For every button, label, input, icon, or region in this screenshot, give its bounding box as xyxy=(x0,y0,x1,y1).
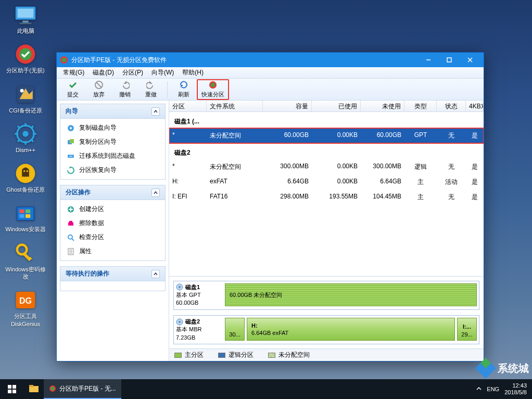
svg-point-57 xyxy=(179,286,181,288)
op-properties[interactable]: 属性 xyxy=(60,244,165,258)
disk-copy-icon xyxy=(67,124,75,132)
svg-point-20 xyxy=(27,170,28,172)
col-type[interactable]: 类型 xyxy=(404,101,437,111)
taskbar-app[interactable]: 分区助手PE版 - 无... xyxy=(44,379,121,399)
col-align[interactable]: 4KB对齐 xyxy=(466,101,484,111)
diskmap-1[interactable]: 磁盘1 基本 GPT 60.00GB 60.00GB 未分配空间 xyxy=(173,281,479,310)
pending-panel: 等待执行的操作 xyxy=(60,266,166,291)
start-button[interactable] xyxy=(0,379,24,399)
svg-rect-23 xyxy=(20,210,24,214)
svg-line-14 xyxy=(18,126,20,129)
op-create-partition[interactable]: 创建分区 xyxy=(60,202,165,216)
wizard-recover-partition[interactable]: 分区恢复向导 xyxy=(60,163,165,177)
svg-rect-26 xyxy=(26,215,30,218)
col-fs[interactable]: 文件系统 xyxy=(207,101,263,111)
disk2-bar1[interactable]: 30... xyxy=(225,318,245,341)
col-used[interactable]: 已使用 xyxy=(312,101,361,111)
column-headers: 分区 文件系统 容量 已使用 未使用 类型 状态 4KB对齐 xyxy=(169,101,484,112)
app-icon xyxy=(49,385,56,392)
tray-chevron-icon[interactable] xyxy=(476,386,482,392)
maximize-button[interactable] xyxy=(439,53,460,67)
app-window: 分区助手PE版 - 无损分区免费软件 常规(G) 磁盘(D) 分区(P) 向导(… xyxy=(56,52,484,361)
properties-icon xyxy=(67,247,75,256)
svg-point-43 xyxy=(70,127,72,129)
svg-rect-25 xyxy=(20,215,24,218)
svg-point-67 xyxy=(51,387,55,391)
legend: 主分区 逻辑分区 未分配空间 xyxy=(169,348,484,361)
svg-rect-48 xyxy=(68,222,73,226)
menu-help[interactable]: 帮助(H) xyxy=(178,67,208,78)
op-check-partition[interactable]: 检查分区 xyxy=(60,230,165,244)
disk2-bar-h[interactable]: H:6.64GB exFAT xyxy=(247,318,455,341)
svg-text:DG: DG xyxy=(19,296,32,305)
menu-general[interactable]: 常规(G) xyxy=(59,67,88,78)
table-row[interactable]: *未分配空间300.00MB0.00KB300.00MB逻辑无是 xyxy=(169,159,484,174)
commit-button[interactable]: 提交 xyxy=(60,79,86,100)
desktop-icon-win-installer[interactable]: Windows安装器 xyxy=(5,203,46,233)
panel-title: 等待执行的操作 xyxy=(66,269,109,278)
collapse-icon[interactable] xyxy=(151,270,160,278)
undo-button[interactable]: 撤销 xyxy=(112,79,138,100)
watermark: 系统城 xyxy=(477,359,529,377)
desktop-icon-partition-assistant[interactable]: 分区助手(无损) xyxy=(5,44,46,74)
table-row[interactable]: I: EFIFAT16298.00MB193.55MB104.45MB主无是 xyxy=(169,190,484,205)
titlebar[interactable]: 分区助手PE版 - 无损分区免费软件 xyxy=(57,53,484,67)
disk-icon xyxy=(176,283,183,291)
col-partition[interactable]: 分区 xyxy=(169,101,207,111)
disk-icon xyxy=(176,318,183,326)
desktop-icon-win-password[interactable]: Windows密码修改 xyxy=(5,243,46,281)
svg-rect-61 xyxy=(12,385,16,389)
svg-rect-60 xyxy=(8,385,11,389)
svg-rect-1 xyxy=(18,8,34,17)
taskbar-explorer[interactable] xyxy=(24,379,44,399)
icon-label: CGI备份还原 xyxy=(5,107,46,114)
desktop-icon-ghost[interactable]: Ghost备份还原 xyxy=(5,163,46,193)
svg-line-15 xyxy=(31,139,33,142)
collapse-icon[interactable] xyxy=(151,107,160,116)
menu-partition[interactable]: 分区(P) xyxy=(118,67,147,78)
collapse-icon[interactable] xyxy=(151,189,160,197)
quick-partition-button[interactable]: 快速分区 xyxy=(197,79,229,100)
desktop-icon-dism[interactable]: Dism++ xyxy=(5,123,46,154)
icon-label: 分区助手(无损) xyxy=(5,67,46,74)
desktop-icon-cgi[interactable]: CGI备份还原 xyxy=(5,84,46,114)
svg-rect-63 xyxy=(12,390,16,393)
wizard-copy-partition[interactable]: 复制分区向导 xyxy=(60,135,165,149)
col-capacity[interactable]: 容量 xyxy=(263,101,312,111)
sidebar: 向导 复制磁盘向导 复制分区向导 迁移系统到固态磁盘 分区恢复向导 分区操作 创… xyxy=(57,101,169,361)
disk1-unalloc-bar[interactable]: 60.00GB 未分配空间 xyxy=(225,283,477,306)
tray-clock[interactable]: 12:432018/5/8 xyxy=(504,382,527,396)
taskbar: 分区助手PE版 - 无... ENG 12:432018/5/8 xyxy=(0,379,532,399)
close-button[interactable] xyxy=(460,53,480,67)
icon-label: 此电脑 xyxy=(5,27,46,34)
redo-button[interactable]: 重做 xyxy=(138,79,164,100)
tray-lang[interactable]: ENG xyxy=(487,386,499,392)
svg-rect-65 xyxy=(29,385,33,387)
refresh-button[interactable]: 刷新 xyxy=(171,79,197,100)
partition-list[interactable]: 磁盘1 (... *未分配空间60.00GB0.00KB60.00GBGPT无是… xyxy=(169,112,484,277)
col-status[interactable]: 状态 xyxy=(437,101,466,111)
desktop-icon-disk-genius[interactable]: DG 分区工具DiskGenius xyxy=(5,290,46,328)
table-row[interactable]: H:exFAT6.64GB0.00KB6.64GB主活动是 xyxy=(169,174,484,190)
svg-point-33 xyxy=(62,58,66,62)
discard-button[interactable]: 放弃 xyxy=(86,79,112,100)
legend-primary-swatch xyxy=(174,353,182,358)
desktop-icon-this-pc[interactable]: 此电脑 xyxy=(5,4,46,34)
wizard-copy-disk[interactable]: 复制磁盘向导 xyxy=(60,121,165,135)
table-row-selected[interactable]: *未分配空间60.00GB0.00KB60.00GBGPT无是 xyxy=(169,128,484,143)
op-wipe-data[interactable]: 擦除数据 xyxy=(60,216,165,230)
diskmap-2[interactable]: 磁盘2 基本 MBR 7.23GB 30... H:6.64GB exFAT I… xyxy=(173,315,479,344)
svg-rect-49 xyxy=(69,221,72,222)
svg-line-51 xyxy=(72,239,74,241)
minimize-button[interactable] xyxy=(418,53,439,67)
col-free[interactable]: 未使用 xyxy=(361,101,404,111)
partition-copy-icon xyxy=(67,138,75,146)
menu-disk[interactable]: 磁盘(D) xyxy=(88,67,118,78)
wizard-migrate-ssd[interactable]: 迁移系统到固态磁盘 xyxy=(60,149,165,163)
menu-wizard[interactable]: 向导(W) xyxy=(147,67,178,78)
svg-rect-45 xyxy=(70,139,74,143)
svg-point-59 xyxy=(179,321,181,323)
erase-icon xyxy=(67,219,75,228)
disk2-bar-i[interactable]: I:...29... xyxy=(457,318,477,341)
svg-rect-62 xyxy=(8,390,11,393)
